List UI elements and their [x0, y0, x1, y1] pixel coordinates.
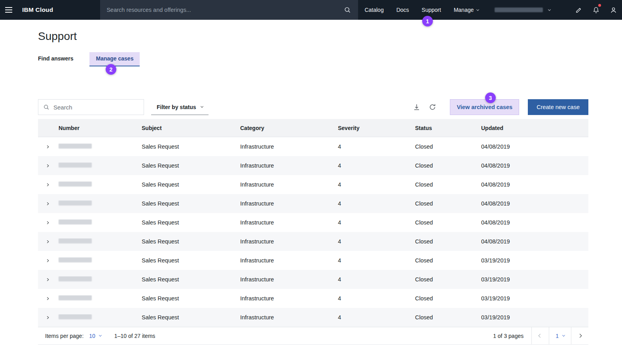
header-actions [570, 0, 622, 20]
cell-updated: 03/19/2019 [481, 295, 588, 302]
table-row[interactable]: Sales Request Infrastructure 4 Closed 03… [38, 251, 588, 270]
row-expand-chevron[interactable] [38, 145, 55, 148]
notification-dot [598, 4, 601, 7]
table-row[interactable]: Sales Request Infrastructure 4 Closed 04… [38, 194, 588, 213]
global-search [100, 0, 358, 20]
chevron-right-icon [45, 221, 49, 224]
cell-severity: 4 [338, 276, 415, 283]
cell-subject: Sales Request [142, 295, 240, 302]
hamburger-menu-icon[interactable] [0, 0, 17, 20]
main-content: Support Find answers Manage cases Filter… [0, 30, 622, 345]
create-new-case-button[interactable]: Create new case [528, 99, 588, 115]
cell-subject: Sales Request [142, 143, 240, 150]
row-expand-chevron[interactable] [38, 278, 55, 281]
table-body: Sales Request Infrastructure 4 Closed 04… [38, 137, 588, 327]
table-row[interactable]: Sales Request Infrastructure 4 Closed 04… [38, 213, 588, 232]
cell-category: Infrastructure [240, 238, 338, 245]
row-expand-chevron[interactable] [38, 297, 55, 300]
notifications-bell-icon[interactable] [587, 0, 605, 20]
tab-manage-cases[interactable]: Manage cases [89, 52, 140, 66]
case-number-redacted [59, 200, 92, 206]
account-name-redacted [495, 8, 543, 12]
nav-item-manage[interactable]: Manage [448, 0, 485, 20]
chevron-right-icon [578, 334, 582, 338]
nav-label: Catalog [364, 7, 383, 13]
table-row[interactable]: Sales Request Infrastructure 4 Closed 04… [38, 232, 588, 251]
refresh-icon[interactable] [425, 99, 440, 115]
table-row[interactable]: Sales Request Infrastructure 4 Closed 03… [38, 270, 588, 289]
table-row[interactable]: Sales Request Infrastructure 4 Closed 03… [38, 308, 588, 327]
filter-by-status-dropdown[interactable]: Filter by status [151, 99, 209, 115]
cell-subject: Sales Request [142, 181, 240, 188]
cell-number [55, 276, 142, 283]
chevron-right-icon [45, 297, 49, 300]
col-updated: Updated [481, 125, 588, 131]
table-row[interactable]: Sales Request Infrastructure 4 Closed 04… [38, 156, 588, 175]
step-badge-1: 1 [422, 16, 433, 26]
chevron-right-icon [45, 278, 49, 281]
item-range-text: 1–10 of 27 items [114, 333, 156, 339]
download-icon[interactable] [409, 99, 425, 115]
cell-category: Infrastructure [240, 276, 338, 283]
cell-number [55, 162, 142, 169]
row-expand-chevron[interactable] [38, 259, 55, 262]
cell-severity: 4 [338, 238, 415, 245]
chevron-right-icon [45, 316, 49, 319]
row-expand-chevron[interactable] [38, 316, 55, 319]
chevron-right-icon [45, 183, 49, 186]
cell-number [55, 143, 142, 150]
view-archived-cases-button[interactable]: View archived cases [450, 99, 519, 115]
chevron-left-icon [539, 334, 542, 338]
nav-item-support[interactable]: Support [415, 0, 448, 20]
current-page-value: 1 [556, 333, 559, 339]
chevron-right-icon [45, 145, 49, 148]
search-icon[interactable] [344, 6, 351, 13]
tab-find-answers[interactable]: Find answers [38, 52, 73, 66]
chevron-right-icon [45, 164, 49, 167]
cell-severity: 4 [338, 181, 415, 188]
cell-updated: 04/08/2019 [481, 238, 588, 245]
table-row[interactable]: Sales Request Infrastructure 4 Closed 04… [38, 137, 588, 156]
cell-updated: 04/08/2019 [481, 219, 588, 226]
cell-severity: 4 [338, 219, 415, 226]
cell-number [55, 295, 142, 302]
user-avatar-icon[interactable] [605, 0, 622, 20]
table-row[interactable]: Sales Request Infrastructure 4 Closed 04… [38, 175, 588, 194]
table-row[interactable]: Sales Request Infrastructure 4 Closed 03… [38, 289, 588, 308]
row-expand-chevron[interactable] [38, 183, 55, 186]
feedback-edit-icon[interactable] [570, 0, 587, 20]
items-per-page-select[interactable]: 10 [89, 333, 101, 339]
nav-item-docs[interactable]: Docs [390, 0, 415, 20]
page-number-select[interactable]: 1 [549, 327, 571, 344]
case-number-redacted [59, 143, 92, 149]
cell-severity: 4 [338, 314, 415, 321]
cell-status: Closed [415, 200, 481, 207]
case-number-redacted [59, 314, 92, 319]
row-expand-chevron[interactable] [38, 221, 55, 224]
chevron-down-icon [548, 8, 551, 11]
case-number-redacted [59, 295, 92, 300]
items-per-page-label: Items per page: [45, 333, 83, 339]
cell-severity: 4 [338, 295, 415, 302]
cases-search-input[interactable] [53, 104, 139, 111]
next-page-button[interactable] [571, 327, 588, 344]
col-category: Category [240, 125, 338, 131]
row-expand-chevron[interactable] [38, 240, 55, 243]
row-expand-chevron[interactable] [38, 164, 55, 167]
global-search-input[interactable] [106, 7, 344, 13]
search-icon [43, 104, 49, 110]
chevron-down-icon [99, 334, 102, 337]
cell-updated: 04/08/2019 [481, 181, 588, 188]
cases-search [38, 99, 144, 115]
nav-item-catalog[interactable]: Catalog [358, 0, 390, 20]
previous-page-button[interactable] [531, 327, 549, 344]
row-expand-chevron[interactable] [38, 202, 55, 205]
cell-subject: Sales Request [142, 276, 240, 283]
chevron-down-icon [476, 8, 479, 11]
cell-updated: 03/19/2019 [481, 257, 588, 264]
account-selector[interactable] [491, 0, 554, 20]
cell-number [55, 181, 142, 188]
case-number-redacted [59, 276, 92, 281]
cell-category: Infrastructure [240, 257, 338, 264]
cell-subject: Sales Request [142, 219, 240, 226]
